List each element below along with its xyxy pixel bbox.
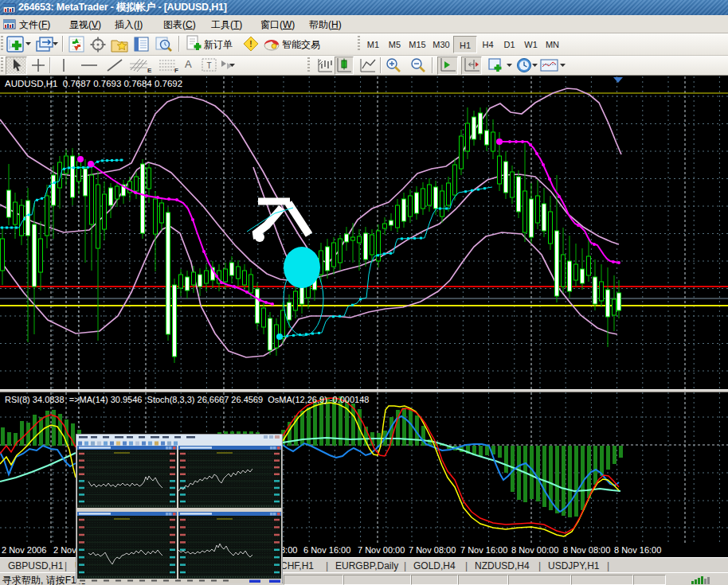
svg-text:!: !	[249, 40, 252, 49]
svg-text:RSI(8) 34.0838 =>MA(14) 30.95: RSI(8) 34.0838 =>MA(14) 30.9546 Stoch(8,…	[5, 395, 369, 404]
svg-text:E: E	[147, 67, 152, 73]
svg-text:T: T	[206, 61, 211, 70]
svg-text:F: F	[174, 67, 178, 73]
svg-text:AUDUSD,H1 0.7687 0.7693 0.768: AUDUSD,H1 0.7687 0.7693 0.7684 0.7692	[5, 79, 182, 88]
